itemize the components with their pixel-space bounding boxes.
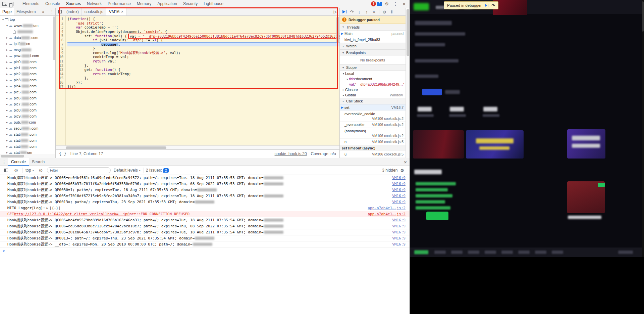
editor-tab-cooksdkjs[interactable]: cooksdk.js [82, 8, 106, 15]
console-prompt[interactable]: > [0, 248, 410, 254]
file-tree-item[interactable]: ▸☁pic1.com [0, 65, 55, 71]
more-options-icon[interactable]: ⋮ [391, 0, 399, 8]
bottom-nav-item[interactable] [552, 251, 563, 254]
mapped-source-link[interactable]: cookie_hook.js:20 [275, 151, 307, 156]
editor-tab-overflow-icon[interactable]: ▷ [334, 9, 339, 14]
call-stack-frame[interactable]: _evercookieVM106 cooksdk.js:2 [340, 122, 406, 128]
file-tree-item[interactable]: ▸☁stati.com [0, 143, 55, 149]
source-location-link[interactable]: VM16:9 [392, 224, 406, 228]
file-tree-item[interactable]: ▸☁pcw-i.com [0, 53, 55, 59]
file-tree-item[interactable]: ▸☁pic0.com [0, 59, 55, 65]
file-tree-item[interactable]: ▾☁www.om [0, 23, 55, 29]
scope-entry[interactable]: ▾Local [340, 71, 406, 76]
breakpoints-section-header[interactable]: ▾Breakpoints [340, 49, 406, 56]
file-tree-item[interactable]: ▸☁pic2.com [0, 71, 55, 77]
pause-on-exceptions-button[interactable]: ‖ [388, 8, 395, 15]
file-tree-item[interactable]: ▸☁pic5.com [0, 89, 55, 95]
tree-horizontal-scrollbar[interactable] [0, 154, 55, 158]
source-location-link[interactable]: VM16:9 [392, 242, 406, 246]
main-tab-application[interactable]: Application [154, 0, 180, 8]
toast-step-over-icon[interactable]: ↷ [491, 3, 495, 8]
file-tree-item[interactable]: ▸☁stati.com [0, 137, 55, 143]
tab-console[interactable]: Console [8, 158, 29, 166]
source-location-link[interactable]: VM16:9 [392, 188, 406, 192]
toast-resume-icon[interactable] [485, 4, 488, 7]
video-card[interactable] [413, 130, 464, 159]
editor-tab-vm16[interactable]: VM16× [106, 8, 126, 15]
file-tree-item[interactable]: ▸☁pic3.com [0, 77, 55, 83]
call-stack-frame[interactable]: uVM106 cooksdk.js:5 [340, 151, 406, 158]
line-number-gutter[interactable]: 1234567891011121314151617 [56, 16, 66, 145]
main-tab-performance[interactable]: Performance [105, 0, 134, 8]
bottom-nav-item[interactable] [518, 251, 530, 254]
call-stack-frame[interactable]: evercookie_cookieVM106 cooksdk.js:2 [340, 111, 406, 122]
main-tab-sources[interactable]: Sources [63, 0, 84, 8]
tab-filesystem[interactable]: Filesystem [14, 9, 38, 14]
tree-vertical-scrollbar[interactable] [53, 16, 55, 154]
context-selector[interactable]: top▾ [24, 168, 35, 173]
error-count-badge[interactable]: 1 [371, 1, 376, 6]
source-location-link[interactable]: VM16:9 [392, 194, 406, 198]
file-tree-item[interactable]: ▸☁msg [0, 47, 55, 53]
source-location-link[interactable]: VM16:9 [392, 218, 406, 222]
inspect-element-icon[interactable] [0, 0, 8, 8]
watch-section-header[interactable]: ▾Watch [340, 43, 406, 49]
file-tree-item[interactable]: ▸☁pic8.com [0, 107, 55, 113]
bottom-nav-item[interactable] [451, 251, 463, 254]
play-now-button[interactable] [426, 212, 448, 220]
file-tree-item[interactable]: ▸☁secui.com [0, 125, 55, 131]
step-into-button[interactable]: ↓ [356, 8, 363, 15]
console-filter-input[interactable] [47, 167, 111, 173]
navigator-more-icon[interactable]: ⋮ [49, 9, 55, 14]
source-location-link[interactable]: VM16:9 [392, 230, 406, 234]
source-location-link[interactable]: app.a7ab4e1….js:2 [368, 206, 406, 210]
editor-horizontal-scrollbar[interactable] [56, 145, 339, 149]
source-location-link[interactable]: app.a7ab4e1….js:2 [368, 212, 406, 216]
scope-entry[interactable]: ▸Closure [340, 87, 406, 92]
console-settings-gear-icon[interactable]: ⚙ [400, 168, 404, 173]
call-stack-frame[interactable]: (anonymous)VM106 cooksdk.js:2 [340, 128, 406, 139]
expand-triangle-icon[interactable]: ▶ [47, 207, 48, 210]
main-tab-network[interactable]: Network [84, 0, 105, 8]
page-scrollbar[interactable] [642, 0, 644, 257]
file-tree-item[interactable]: ▸☁pic4.com [0, 83, 55, 89]
file-tree-item[interactable] [0, 29, 55, 35]
request-url-link[interactable]: http://127.0.0.1:16422/get_client_ver?ca… [14, 212, 129, 216]
drawer-more-icon[interactable]: ⋮ [0, 158, 8, 166]
call-stack-frame[interactable]: nVM106 cooksdk.js:5 [340, 139, 406, 145]
threads-section-header[interactable]: ▾Threads [340, 24, 406, 31]
pretty-print-icon[interactable]: { } [59, 151, 66, 156]
bottom-nav-item[interactable] [434, 251, 446, 254]
bottom-nav-item[interactable] [501, 251, 513, 254]
editor-tab-index[interactable]: (index) [64, 8, 82, 15]
scope-section-header[interactable]: ▾Scope [340, 64, 406, 71]
nav-item-blob[interactable] [436, 6, 444, 9]
deactivate-breakpoints-button[interactable]: ⊘ [381, 8, 388, 15]
bottom-nav-item[interactable] [618, 251, 633, 254]
bottom-nav-item[interactable] [468, 251, 479, 254]
main-tab-memory[interactable]: Memory [134, 0, 154, 8]
step-button[interactable]: » [371, 8, 377, 15]
file-tree-item[interactable]: ▸☁statom [0, 149, 55, 154]
site-logo[interactable] [414, 3, 429, 10]
file-tree-item[interactable]: ▸☁data.com [0, 35, 55, 41]
issues-counter[interactable]: 2 Issues: 2 [146, 168, 169, 173]
file-tree-item[interactable]: ▾top [0, 16, 55, 23]
settings-gear-icon[interactable]: ⚙ [383, 0, 391, 8]
file-tree-item[interactable]: ▸☁pic9.com [0, 113, 55, 119]
step-over-button[interactable]: ↷ [348, 8, 355, 15]
console-sidebar-toggle-icon[interactable] [4, 169, 8, 172]
scope-entry[interactable]: ▸GlobalWindow [340, 92, 406, 98]
source-location-link[interactable]: VM16:9 [392, 176, 406, 180]
tab-search[interactable]: Search [29, 158, 48, 166]
call-stack-section-header[interactable]: ▾Call Stack [340, 98, 406, 104]
editor-vertical-scrollbar[interactable] [336, 16, 339, 145]
scope-entry[interactable]: ▸this: document [340, 76, 406, 82]
pane-vertical-scrollbar[interactable] [406, 8, 410, 158]
device-toolbar-icon[interactable] [8, 0, 16, 8]
source-location-link[interactable]: VM16:9 [392, 236, 406, 240]
file-tree-item[interactable]: ▸☁ip.ifcn [0, 41, 55, 47]
tab-page[interactable]: Page [0, 8, 14, 15]
clear-console-icon[interactable]: ⊘ [12, 167, 20, 174]
file-tree-item[interactable]: ▸☁pic7.com [0, 101, 55, 107]
